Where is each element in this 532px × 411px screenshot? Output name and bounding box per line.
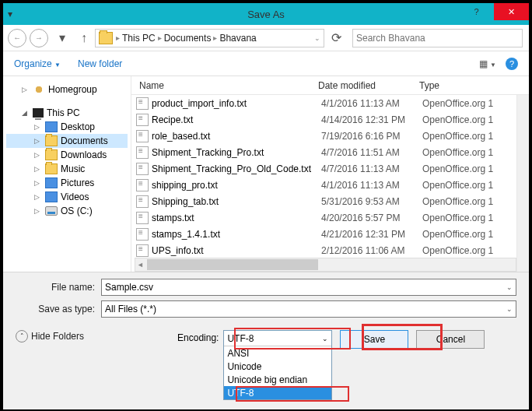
cancel-button[interactable]: Cancel bbox=[416, 330, 485, 349]
file-type: OpenOffice.org 1 bbox=[422, 245, 493, 256]
organize-menu[interactable]: Organize ▼ bbox=[14, 58, 61, 69]
file-type: OpenOffice.org 1 bbox=[422, 114, 493, 125]
sidebar-item-thispc[interactable]: ◢ This PC bbox=[6, 106, 128, 120]
sidebar-item-desktop[interactable]: ▷ Desktop bbox=[6, 120, 128, 134]
fields-area: File name: Sample.csv ⌄ Save as type: Al… bbox=[3, 272, 529, 325]
saveastype-select[interactable]: All Files (*.*) ⌄ bbox=[101, 300, 516, 318]
file-icon bbox=[136, 146, 149, 159]
save-button[interactable]: Save bbox=[340, 330, 408, 349]
file-row[interactable]: role_based.txt7/19/2016 6:16 PMOpenOffic… bbox=[131, 128, 529, 144]
column-date[interactable]: Date modified bbox=[318, 80, 419, 91]
system-menu-icon[interactable]: ▾ bbox=[8, 9, 23, 19]
breadcrumb[interactable]: ▸ This PC ▸ Documents ▸ Bhavana ⌄ bbox=[95, 29, 324, 47]
help-button[interactable]: ? bbox=[459, 3, 494, 20]
encoding-option[interactable]: Unicode bbox=[224, 360, 331, 373]
file-name: Recipe.txt bbox=[152, 114, 321, 125]
collapse-icon[interactable]: ◢ bbox=[22, 109, 30, 117]
column-type[interactable]: Type bbox=[419, 80, 529, 91]
file-name: role_based.txt bbox=[152, 131, 321, 142]
file-date: 4/14/2016 12:31 PM bbox=[321, 114, 422, 125]
folder-icon bbox=[45, 135, 58, 146]
file-date: 4/7/2016 11:13 AM bbox=[321, 163, 422, 174]
file-icon bbox=[136, 244, 149, 257]
sidebar-item-videos[interactable]: ▷ Videos bbox=[6, 190, 128, 204]
file-row[interactable]: stamps.txt4/20/2016 5:57 PMOpenOffice.or… bbox=[131, 209, 529, 226]
new-folder-button[interactable]: New folder bbox=[78, 58, 122, 69]
chevron-down-icon[interactable]: ⌄ bbox=[314, 34, 320, 42]
footer: ˄ Hide Folders Encoding: UTF-8⌄ ANSI Uni… bbox=[3, 325, 529, 409]
file-icon bbox=[136, 114, 149, 126]
folder-icon bbox=[45, 163, 58, 174]
file-type: OpenOffice.org 1 bbox=[422, 131, 493, 142]
sidebar-item-music[interactable]: ▷ Music bbox=[6, 162, 128, 176]
file-row[interactable]: product_import_info.txt4/1/2016 11:13 AM… bbox=[131, 95, 529, 111]
sidebar: ▷ Homegroup ◢ This PC ▷ Desktop ▷ Docume… bbox=[3, 76, 131, 272]
pc-icon bbox=[33, 108, 44, 118]
filename-input[interactable]: Sample.csv ⌄ bbox=[101, 279, 516, 296]
file-date: 5/31/2016 9:53 AM bbox=[321, 196, 422, 207]
breadcrumb-item[interactable]: This PC bbox=[122, 33, 156, 44]
hide-folders-button[interactable]: ˄ Hide Folders bbox=[16, 330, 84, 342]
view-options-button[interactable]: ▦ ▼ bbox=[479, 58, 496, 69]
file-date: 4/7/2016 11:51 AM bbox=[321, 147, 422, 158]
file-date: 4/1/2016 11:13 AM bbox=[321, 180, 422, 191]
file-row[interactable]: Shipping_tab.txt5/31/2016 9:53 AMOpenOff… bbox=[131, 193, 529, 209]
file-name: UPS_info.txt bbox=[152, 245, 321, 256]
folder-icon bbox=[45, 149, 58, 160]
sidebar-item-os-c[interactable]: ▷ OS (C:) bbox=[6, 204, 128, 218]
file-row[interactable]: Recipe.txt4/14/2016 12:31 PMOpenOffice.o… bbox=[131, 111, 529, 128]
forward-button[interactable]: → bbox=[30, 29, 48, 47]
back-button[interactable]: ← bbox=[8, 29, 26, 47]
saveastype-label: Save as type: bbox=[16, 304, 101, 314]
search-box[interactable] bbox=[352, 29, 523, 47]
file-type: OpenOffice.org 1 bbox=[422, 98, 493, 109]
file-name: Shipment_Tracking_Pro.txt bbox=[152, 147, 321, 158]
chevron-down-icon[interactable]: ⌄ bbox=[506, 283, 513, 291]
nav-bar: ← → ▾ ↑ ▸ This PC ▸ Documents ▸ Bhavana … bbox=[3, 25, 529, 51]
file-date: 2/12/2016 11:06 AM bbox=[321, 245, 422, 256]
file-row[interactable]: UPS_info.txt2/12/2016 11:06 AMOpenOffice… bbox=[131, 242, 529, 258]
file-type: OpenOffice.org 1 bbox=[422, 163, 493, 174]
refresh-button[interactable]: ⟳ bbox=[326, 30, 346, 45]
file-date: 4/21/2016 12:31 PM bbox=[321, 229, 422, 240]
file-type: OpenOffice.org 1 bbox=[422, 213, 493, 223]
file-type: OpenOffice.org 1 bbox=[422, 196, 493, 207]
chevron-down-icon[interactable]: ⌄ bbox=[506, 305, 513, 313]
file-name: stamps.txt bbox=[152, 213, 321, 223]
vertical-scrollbar[interactable] bbox=[516, 95, 529, 272]
column-name[interactable]: Name bbox=[131, 80, 318, 91]
toolbar: Organize ▼ New folder ▦ ▼ ? bbox=[3, 51, 529, 76]
up-button[interactable]: ↑ bbox=[76, 31, 92, 45]
search-input[interactable] bbox=[356, 33, 519, 44]
file-row[interactable]: Shipment_Tracking_Pro.txt4/7/2016 11:51 … bbox=[131, 144, 529, 160]
file-type: OpenOffice.org 1 bbox=[422, 229, 493, 240]
help-icon[interactable]: ? bbox=[506, 58, 518, 70]
file-row[interactable]: stamps_1.4.1.txt4/21/2016 12:31 PMOpenOf… bbox=[131, 226, 529, 242]
sidebar-item-homegroup[interactable]: ▷ Homegroup bbox=[6, 83, 128, 97]
encoding-option[interactable]: ANSI bbox=[224, 346, 331, 360]
file-icon bbox=[136, 212, 149, 224]
breadcrumb-item[interactable]: Documents bbox=[164, 33, 212, 44]
close-button[interactable]: ✕ bbox=[494, 3, 529, 20]
encoding-select[interactable]: UTF-8⌄ ANSI Unicode Unicode big endian U… bbox=[223, 330, 332, 400]
chevron-down-icon[interactable]: ▾ bbox=[54, 30, 70, 45]
file-list: Name Date modified Type product_import_i… bbox=[131, 76, 529, 272]
sidebar-item-pictures[interactable]: ▷ Pictures bbox=[6, 176, 128, 190]
chevron-right-icon: ▸ bbox=[116, 33, 120, 42]
horizontal-scrollbar[interactable]: ◄ bbox=[135, 258, 516, 272]
encoding-option[interactable]: Unicode big endian bbox=[224, 373, 331, 386]
encoding-option[interactable]: UTF-8 bbox=[224, 386, 331, 399]
file-icon bbox=[136, 179, 149, 191]
chevron-up-icon: ˄ bbox=[16, 330, 28, 342]
sidebar-item-downloads[interactable]: ▷ Downloads bbox=[6, 148, 128, 162]
file-row[interactable]: shipping_pro.txt4/1/2016 11:13 AMOpenOff… bbox=[131, 177, 529, 193]
file-icon bbox=[136, 228, 149, 241]
file-date: 4/1/2016 11:13 AM bbox=[321, 98, 422, 109]
expand-icon[interactable]: ▷ bbox=[22, 86, 30, 93]
sidebar-item-documents[interactable]: ▷ Documents bbox=[6, 134, 128, 148]
chevron-right-icon: ▸ bbox=[213, 33, 217, 42]
chevron-down-icon: ⌄ bbox=[322, 335, 328, 342]
breadcrumb-item[interactable]: Bhavana bbox=[219, 33, 256, 44]
file-type: OpenOffice.org 1 bbox=[422, 180, 493, 191]
file-row[interactable]: Shipment_Tracking_Pro_Old_Code.txt4/7/20… bbox=[131, 160, 529, 177]
